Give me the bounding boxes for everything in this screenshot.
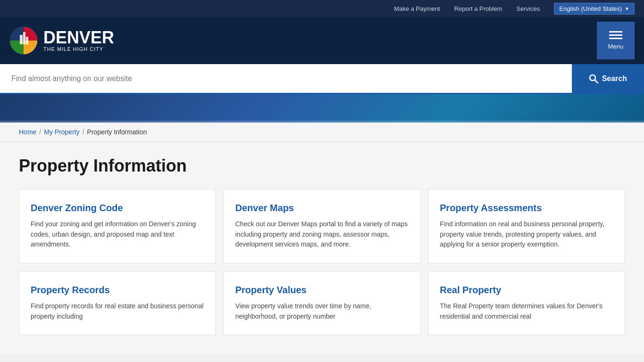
cards-grid: Denver Zoning CodeFind your zoning and g… [19,189,625,335]
card-description-property-records: Find property records for real estate an… [31,301,204,321]
search-label: Search [602,74,627,83]
report-problem-link[interactable]: Report a Problem [454,5,502,12]
card-title-real-property[interactable]: Real Property [440,285,613,296]
breadcrumb: Home / My Property / Property Informatio… [19,128,625,136]
make-payment-link[interactable]: Make a Payment [394,5,440,12]
denver-logo-icon [9,26,38,55]
city-name: DENVER [43,29,114,46]
card-title-property-values[interactable]: Property Values [235,285,409,296]
card-real-property[interactable]: Real PropertyThe Real Property team dete… [428,271,625,335]
breadcrumb-home[interactable]: Home [19,128,36,136]
breadcrumb-current: Property Information [87,128,147,136]
chevron-down-icon: ▼ [625,6,629,11]
menu-label: Menu [608,43,624,50]
utility-bar: Make a Payment Report a Problem Services… [0,0,644,17]
city-tagline: THE MILE HIGH CITY [43,46,114,52]
page-title: Property Information [19,156,625,176]
card-property-assessments[interactable]: Property AssessmentsFind information on … [428,189,625,263]
language-label: English (United States) [559,5,622,12]
main-content: Property Information Denver Zoning CodeF… [0,142,644,354]
svg-line-5 [595,80,598,83]
card-denver-maps[interactable]: Denver MapsCheck out our Denver Maps por… [223,189,421,263]
card-description-denver-maps: Check out our Denver Maps portal to find… [235,219,409,250]
hamburger-icon [609,38,622,39]
logo-area[interactable]: DENVER THE MILE HIGH CITY [9,26,114,55]
breadcrumb-my-property[interactable]: My Property [44,128,79,136]
search-icon [589,74,598,83]
svg-rect-3 [26,37,28,44]
services-link[interactable]: Services [516,5,540,12]
card-description-denver-zoning-code: Find your zoning and get information on … [31,219,204,250]
logo-text: DENVER THE MILE HIGH CITY [43,29,114,52]
breadcrumb-separator: / [39,128,41,136]
hero-banner [0,94,644,123]
card-property-values[interactable]: Property ValuesView property value trend… [223,271,421,335]
search-input[interactable] [0,64,572,93]
language-selector[interactable]: English (United States) ▼ [554,3,635,15]
card-description-property-values: View property value trends over time by … [235,301,409,321]
search-section: Search [0,64,644,94]
breadcrumb-separator: / [83,128,84,136]
card-description-property-assessments: Find information on real and business pe… [440,219,613,250]
card-title-denver-maps[interactable]: Denver Maps [235,203,409,214]
card-property-records[interactable]: Property RecordsFind property records fo… [19,271,216,335]
card-title-property-assessments[interactable]: Property Assessments [440,203,613,214]
hamburger-icon [609,31,622,33]
search-button[interactable]: Search [572,64,644,93]
site-header: DENVER THE MILE HIGH CITY Menu [0,17,644,64]
card-denver-zoning-code[interactable]: Denver Zoning CodeFind your zoning and g… [19,189,216,263]
breadcrumb-section: Home / My Property / Property Informatio… [0,123,644,142]
hamburger-icon [609,34,622,36]
card-title-denver-zoning-code[interactable]: Denver Zoning Code [31,203,204,214]
card-title-property-records[interactable]: Property Records [31,285,204,296]
card-description-real-property: The Real Property team determines values… [440,301,613,321]
menu-button[interactable]: Menu [597,22,635,59]
svg-rect-1 [20,35,23,44]
svg-rect-2 [23,32,25,44]
